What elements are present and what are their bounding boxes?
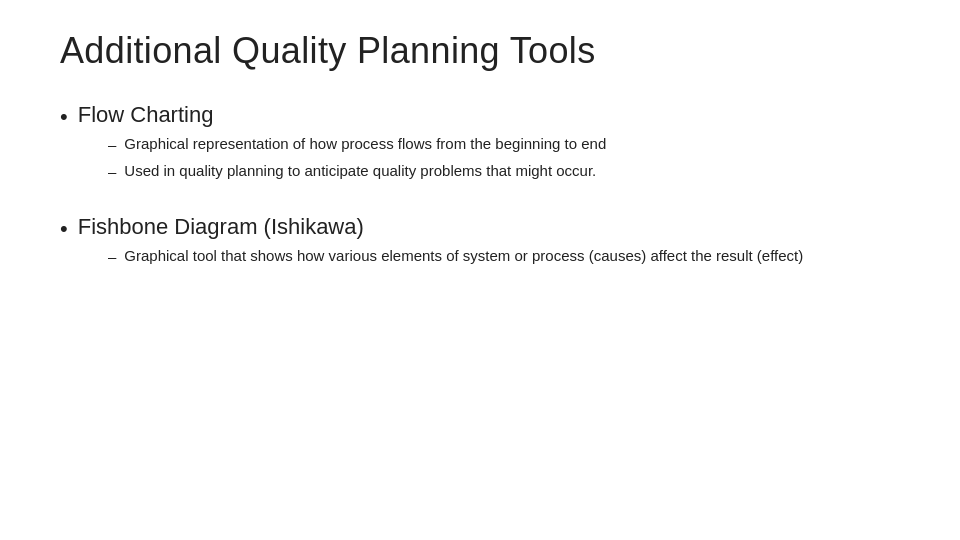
sub-dash-2: – [108,161,116,184]
slide-title: Additional Quality Planning Tools [60,30,900,72]
bullet-label-flow: Flow Charting [78,100,214,131]
sub-text-flow-2: Used in quality planning to anticipate q… [124,160,596,183]
content-area: • Flow Charting – Graphical representati… [60,100,900,280]
bullet-flow-charting: • Flow Charting – Graphical representati… [60,100,900,184]
sub-dash-1: – [108,134,116,157]
bullet-main-fishbone: • Fishbone Diagram (Ishikawa) [60,212,900,245]
sub-bullets-fishbone: – Graphical tool that shows how various … [108,245,900,269]
bullet-dot-2: • [60,214,68,245]
sub-text-flow-1: Graphical representation of how process … [124,133,606,156]
bullet-main-flow: • Flow Charting [60,100,900,133]
sub-text-fishbone-1: Graphical tool that shows how various el… [124,245,803,268]
sub-dash-3: – [108,246,116,269]
sub-bullet-flow-1: – Graphical representation of how proces… [108,133,900,157]
sub-bullets-flow: – Graphical representation of how proces… [108,133,900,184]
slide: Additional Quality Planning Tools • Flow… [0,0,960,540]
bullet-fishbone: • Fishbone Diagram (Ishikawa) – Graphica… [60,212,900,268]
sub-bullet-flow-2: – Used in quality planning to anticipate… [108,160,900,184]
bullet-label-fishbone: Fishbone Diagram (Ishikawa) [78,212,364,243]
bullet-dot-1: • [60,102,68,133]
sub-bullet-fishbone-1: – Graphical tool that shows how various … [108,245,900,269]
